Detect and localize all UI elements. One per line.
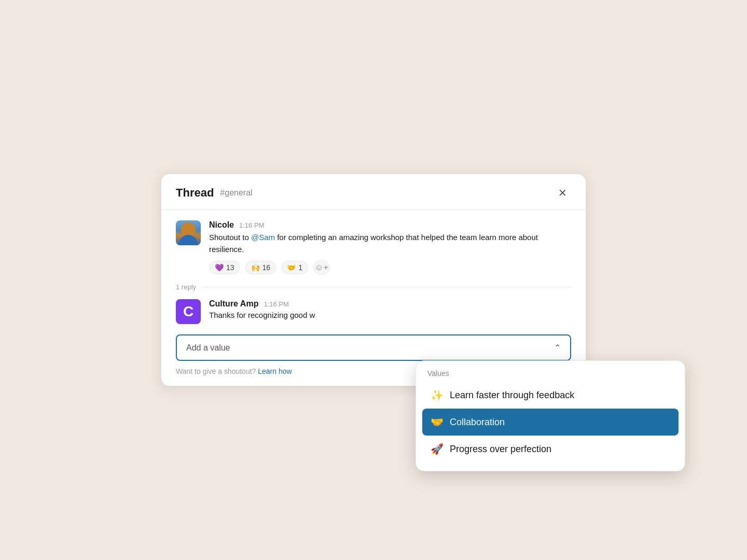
close-button[interactable]: ✕ bbox=[554, 186, 571, 200]
values-item-collaboration[interactable]: 🤝 Collaboration bbox=[422, 409, 679, 436]
handshake-count: 1 bbox=[298, 263, 302, 272]
author-nicole: Nicole bbox=[209, 220, 234, 230]
avatar-nicole bbox=[176, 220, 201, 245]
add-value-placeholder: Add a value bbox=[186, 343, 230, 353]
progress-label: Progress over perfection bbox=[450, 444, 551, 455]
hands-count: 16 bbox=[262, 263, 271, 272]
add-value-select[interactable]: Add a value ⌃ bbox=[176, 334, 571, 361]
time-culture-amp: 1:16 PM bbox=[264, 300, 288, 308]
scene: Thread #general ✕ Nicole 1:16 PM Shouto bbox=[88, 73, 659, 487]
values-item-learn[interactable]: ✨ Learn faster through feedback bbox=[422, 382, 679, 409]
add-reaction-icon: ☺+ bbox=[315, 263, 328, 272]
add-value-container: Add a value ⌃ Values ✨ Learn faster thro… bbox=[176, 334, 571, 361]
message-header-nicole: Nicole 1:16 PM bbox=[209, 220, 571, 230]
message-nicole: Nicole 1:16 PM Shoutout to @Sam for comp… bbox=[176, 220, 571, 275]
values-item-progress[interactable]: 🚀 Progress over perfection bbox=[422, 436, 679, 463]
message-header-culture-amp: Culture Amp 1:16 PM bbox=[209, 299, 571, 309]
reaction-handshake[interactable]: 🤝 1 bbox=[281, 261, 308, 274]
learn-label: Learn faster through feedback bbox=[450, 390, 574, 401]
message-content-culture-amp: Culture Amp 1:16 PM Thanks for recognizi… bbox=[209, 299, 571, 319]
text-before-mention: Shoutout to bbox=[209, 233, 251, 242]
heart-count: 13 bbox=[226, 263, 234, 272]
thread-panel: Thread #general ✕ Nicole 1:16 PM Shouto bbox=[161, 174, 586, 386]
shoutout-text: Want to give a shoutout? bbox=[176, 367, 256, 375]
learn-how-link[interactable]: Learn how bbox=[258, 367, 292, 375]
progress-emoji: 🚀 bbox=[431, 443, 444, 455]
hands-emoji: 🙌 bbox=[251, 263, 260, 272]
reply-line bbox=[202, 287, 571, 287]
thread-header: Thread #general ✕ bbox=[161, 174, 586, 210]
values-dropdown: Values ✨ Learn faster through feedback 🤝… bbox=[416, 360, 685, 471]
reply-divider: 1 reply bbox=[176, 283, 571, 291]
avatar-culture-amp: C bbox=[176, 299, 201, 324]
reaction-heart[interactable]: 💜 13 bbox=[209, 261, 240, 274]
author-culture-amp: Culture Amp bbox=[209, 299, 258, 309]
message-culture-amp: C Culture Amp 1:16 PM Thanks for recogni… bbox=[176, 299, 571, 324]
collaboration-emoji: 🤝 bbox=[431, 416, 444, 428]
heart-emoji: 💜 bbox=[215, 263, 224, 272]
reaction-hands[interactable]: 🙌 16 bbox=[245, 261, 276, 274]
thread-channel: #general bbox=[220, 188, 252, 198]
reactions-nicole: 💜 13 🙌 16 🤝 1 ☺+ bbox=[209, 260, 571, 275]
reply-count: 1 reply bbox=[176, 283, 196, 291]
handshake-emoji: 🤝 bbox=[287, 263, 296, 272]
message-content-nicole: Nicole 1:16 PM Shoutout to @Sam for comp… bbox=[209, 220, 571, 275]
message-text-culture-amp: Thanks for recognizing good w bbox=[209, 311, 571, 319]
values-dropdown-label: Values bbox=[422, 369, 679, 382]
add-reaction-button[interactable]: ☺+ bbox=[313, 260, 330, 275]
message-text-nicole: Shoutout to @Sam for completing an amazi… bbox=[209, 232, 571, 255]
culture-amp-letter: C bbox=[183, 303, 193, 320]
time-nicole: 1:16 PM bbox=[239, 221, 264, 229]
mention-sam[interactable]: @Sam bbox=[251, 233, 275, 242]
chevron-up-icon: ⌃ bbox=[554, 343, 561, 353]
collaboration-label: Collaboration bbox=[450, 417, 505, 428]
thread-body: Nicole 1:16 PM Shoutout to @Sam for comp… bbox=[161, 210, 586, 386]
learn-emoji: ✨ bbox=[431, 389, 444, 401]
thread-title: Thread bbox=[176, 186, 214, 200]
